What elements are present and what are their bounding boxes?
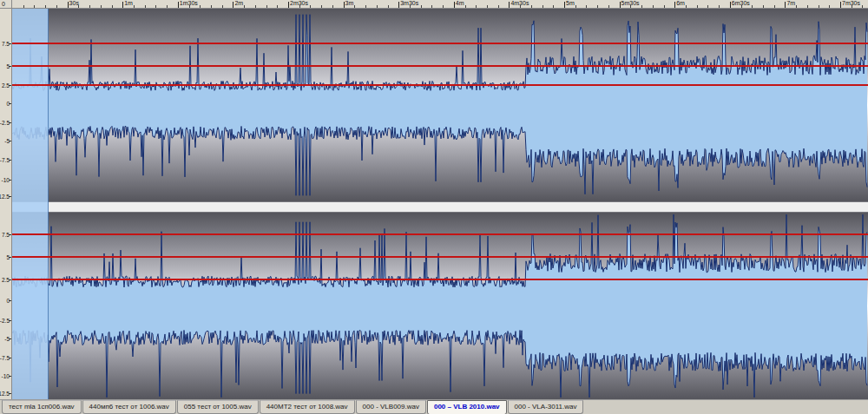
time-label: 1m <box>124 0 133 7</box>
time-tick-major <box>454 2 455 8</box>
amplitude-scale[interactable]: 7.552.50-2.5-5-7.5-10-12.57.552.50-2.5-5… <box>0 9 12 399</box>
time-tick-minor <box>34 5 35 8</box>
time-tick-minor <box>211 5 212 8</box>
time-label: 1m30s <box>180 0 198 7</box>
time-tick-minor <box>222 5 223 8</box>
time-label: 7m <box>786 0 795 7</box>
time-tick-major <box>122 2 123 8</box>
time-tick-major <box>785 2 786 8</box>
waveform-canvas-2[interactable] <box>12 213 868 399</box>
time-tick-minor <box>266 5 267 8</box>
marker-line[interactable] <box>12 84 868 86</box>
amplitude-label: -10 <box>2 176 10 182</box>
time-tick-minor <box>697 5 698 8</box>
time-tick-minor <box>575 5 576 8</box>
time-label: 3m30s <box>400 0 418 7</box>
time-label: 7m30s <box>842 0 860 7</box>
time-tick-minor <box>686 5 687 8</box>
amplitude-label: -5 <box>4 138 10 144</box>
waveform-panel-1[interactable] <box>12 9 868 201</box>
file-tab[interactable]: 440МТ2 тест от 1008.wav <box>260 400 355 414</box>
file-tab[interactable]: 055 тест от 1005.wav <box>177 400 259 414</box>
amplitude-label: -7.5 <box>0 354 10 360</box>
time-tick-minor <box>465 5 466 8</box>
time-tick-minor <box>653 5 654 8</box>
time-tick-minor <box>388 5 389 8</box>
time-tick-minor <box>819 5 819 8</box>
marker-line[interactable] <box>12 256 868 258</box>
time-label: 30s <box>69 0 79 7</box>
time-tick-minor <box>597 5 598 8</box>
time-tick-minor <box>332 5 333 8</box>
marker-line[interactable] <box>12 279 868 280</box>
amplitude-label: 2.5 <box>2 82 10 88</box>
time-tick-minor <box>56 5 57 8</box>
time-label: 5m <box>566 0 575 7</box>
time-tick-minor <box>200 5 201 8</box>
time-tick-minor <box>365 5 366 8</box>
time-tick-major <box>68 2 69 8</box>
time-tick-major <box>288 2 289 8</box>
file-tab[interactable]: 000 – VLB 2010.wav <box>427 400 507 414</box>
time-tick-minor <box>431 5 432 8</box>
marker-line[interactable] <box>12 233 868 235</box>
waveform-canvas-1[interactable] <box>12 9 868 201</box>
time-tick-minor <box>829 5 830 8</box>
amplitude-label: 5 <box>6 62 10 69</box>
time-tick-minor <box>354 5 355 8</box>
time-tick-minor <box>707 5 708 8</box>
amplitude-label: -5 <box>4 336 10 342</box>
time-tick-minor <box>112 5 113 8</box>
panel-splitter[interactable] <box>12 201 868 213</box>
amplitude-label: -2.5 <box>0 120 10 126</box>
time-tick-minor <box>310 5 311 8</box>
amplitude-label: 2.5 <box>2 277 10 283</box>
selection-region[interactable] <box>12 9 49 399</box>
time-tick-major <box>509 2 510 8</box>
amplitude-label: -12.5 <box>0 194 10 200</box>
time-tick-minor <box>167 5 168 8</box>
time-label: 6m <box>676 0 685 7</box>
amplitude-label: -10 <box>2 373 10 379</box>
ruler-origin-label: 0 <box>2 1 5 7</box>
time-label: 6m30s <box>732 0 750 7</box>
time-tick-major <box>730 2 731 8</box>
time-tick-minor <box>101 5 102 8</box>
amplitude-label: 7.5 <box>2 231 10 237</box>
ruler-origin: 0 <box>0 0 12 9</box>
waveform-panel-2[interactable] <box>12 213 868 399</box>
time-tick-minor <box>89 5 90 8</box>
time-tick-minor <box>608 5 609 8</box>
marker-line[interactable] <box>12 43 868 44</box>
time-tick-major <box>674 2 675 8</box>
amplitude-label: 0 <box>6 100 10 106</box>
time-tick-minor <box>498 5 499 8</box>
time-tick-minor <box>487 5 488 8</box>
file-tab[interactable]: тест mla 1сп006.wav <box>2 400 82 414</box>
time-label: 2m30s <box>290 0 308 7</box>
time-tick-minor <box>134 5 135 8</box>
time-tick-minor <box>155 5 156 8</box>
time-label: 5m30s <box>621 0 640 7</box>
time-tick-minor <box>443 5 444 8</box>
audio-editor-window: 0 30s1m1m30s2m2m30s3m3m30s4m4m30s5m5m30s… <box>0 0 868 414</box>
time-tick-major <box>398 2 399 8</box>
time-tick-major <box>620 2 621 8</box>
time-tick-minor <box>255 5 256 8</box>
time-tick-minor <box>752 5 753 8</box>
time-tick-minor <box>807 5 808 8</box>
time-tick-minor <box>244 5 245 8</box>
file-tab[interactable]: 000 - VLB009.wav <box>356 400 426 414</box>
time-tick-major <box>233 2 233 8</box>
time-tick-minor <box>862 5 863 8</box>
file-tab[interactable]: 000 - VLA-3011.wav <box>508 400 584 414</box>
file-tab[interactable]: 440мп6 тест от 1006.wav <box>82 400 176 414</box>
amplitude-label: -2.5 <box>0 317 10 323</box>
time-tick-minor <box>774 5 775 8</box>
timeline-ruler[interactable]: 30s1m1m30s2m2m30s3m3m30s4m4m30s5m5m30s6m… <box>12 0 868 9</box>
time-tick-major <box>178 2 179 8</box>
time-label: 3m <box>345 0 354 7</box>
time-tick-minor <box>476 5 477 8</box>
marker-line[interactable] <box>12 65 868 67</box>
amplitude-label: 7.5 <box>2 41 10 47</box>
